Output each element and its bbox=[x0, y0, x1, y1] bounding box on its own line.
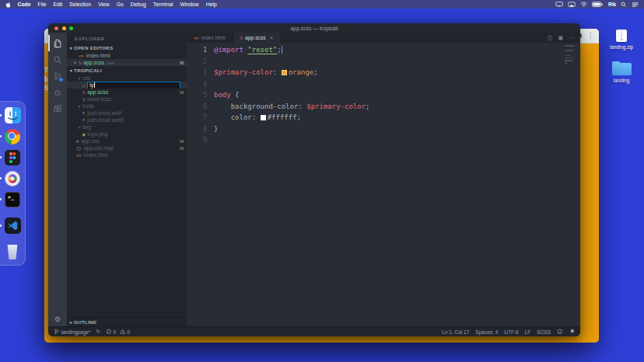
settings-gear-icon[interactable]: ⚙ bbox=[54, 316, 61, 323]
color-swatch[interactable] bbox=[282, 70, 287, 75]
activity-bar-explorer-icon[interactable] bbox=[48, 35, 67, 51]
activity-bar-search-icon[interactable] bbox=[48, 51, 67, 68]
code-line-2[interactable]: 2 bbox=[187, 56, 580, 68]
dock-item-finder[interactable] bbox=[5, 107, 21, 124]
menu-lines-icon[interactable] bbox=[632, 2, 639, 8]
screenflow-icon bbox=[5, 171, 20, 186]
tab-app.scss[interactable]: Sapp.scss× bbox=[233, 33, 282, 43]
status-indentation[interactable]: Spaces: 4 bbox=[475, 329, 498, 335]
vscode-window[interactable]: app.scss — tropicali ⚙ EXPLORER ▾ OPEN E… bbox=[48, 23, 580, 336]
git-status-badge: M bbox=[177, 139, 184, 144]
code-text: background-color: $primary-color; bbox=[214, 101, 370, 113]
chevron-right-icon: ▸ bbox=[70, 320, 72, 325]
activity-bar-source-control-icon[interactable] bbox=[48, 68, 67, 84]
menu-item-selection[interactable]: Selection bbox=[66, 2, 95, 7]
apple-icon[interactable] bbox=[5, 2, 11, 8]
dock-item-trash[interactable] bbox=[5, 244, 21, 260]
dock-item-figma[interactable] bbox=[5, 149, 21, 165]
figma-icon bbox=[5, 150, 20, 165]
desktop-icon-landing.zip[interactable]: landing.zip bbox=[604, 30, 639, 50]
file-name: css bbox=[82, 75, 90, 81]
dock-item-terminal[interactable]: >_ bbox=[5, 191, 21, 207]
running-indicator-dot bbox=[0, 177, 2, 179]
color-swatch[interactable] bbox=[261, 115, 266, 120]
code-editor[interactable]: 1@import "reset";23$primary-color: orang… bbox=[187, 43, 580, 326]
problems-indicator[interactable]: 0 0 bbox=[106, 329, 130, 335]
status-encoding[interactable]: UTF-8 bbox=[504, 329, 518, 335]
git-branch-indicator[interactable]: landingpage* bbox=[54, 329, 90, 335]
outline-section[interactable]: ▸ OUTLINE bbox=[67, 317, 187, 326]
split-editor-icon[interactable]: ◫ bbox=[548, 35, 553, 41]
menu-item-go[interactable]: Go bbox=[113, 2, 127, 7]
open-editor-index.html[interactable]: <>index.html bbox=[67, 52, 187, 59]
dock-item-chrome[interactable] bbox=[5, 128, 21, 144]
code-line-9[interactable]: 9 bbox=[187, 134, 580, 146]
code-text: color: #ffffff; bbox=[214, 112, 301, 124]
tree-file-josh-book.woff2[interactable]: Fjosh-book.woff2 bbox=[67, 117, 187, 124]
code-line-5[interactable]: 5body { bbox=[187, 89, 580, 101]
toggle-panel-icon[interactable]: ▣ bbox=[558, 35, 563, 41]
menu-bar-status-area: Rik bbox=[555, 2, 639, 8]
screen-mirroring-icon[interactable] bbox=[568, 2, 576, 8]
tab-index.html[interactable]: <>index.html bbox=[187, 33, 233, 43]
dock-item-vscode[interactable] bbox=[5, 218, 21, 234]
desktop-icon-landing[interactable]: landing bbox=[604, 60, 639, 83]
feedback-smiley-icon[interactable] bbox=[557, 329, 563, 335]
tree-file-app.scss[interactable]: Sapp.scssM bbox=[67, 89, 187, 96]
code-line-6[interactable]: 6 background-color: $primary-color; bbox=[187, 101, 580, 113]
status-eol[interactable]: LF bbox=[525, 329, 531, 335]
scm-badge bbox=[58, 77, 64, 82]
running-indicator-dot bbox=[0, 135, 2, 137]
vscode-title-bar[interactable]: app.scss — tropicali bbox=[48, 23, 580, 33]
menu-item-help[interactable]: Help bbox=[202, 2, 220, 7]
close-editor-icon[interactable]: × bbox=[72, 60, 79, 65]
open-editors-section-header[interactable]: ▾ OPEN EDITORS bbox=[67, 44, 187, 52]
user-name[interactable]: Rik bbox=[608, 2, 616, 7]
new-file-name-input[interactable]: ty bbox=[87, 82, 180, 89]
dock-item-screenflow[interactable] bbox=[5, 170, 21, 186]
minimap[interactable] bbox=[565, 45, 577, 68]
code-line-4[interactable]: 4 bbox=[187, 78, 580, 90]
close-tab-icon[interactable]: × bbox=[270, 34, 273, 41]
tree-folder-img[interactable]: ▾img bbox=[67, 124, 187, 131]
activity-bar-debug-icon[interactable] bbox=[48, 84, 67, 100]
activity-bar-extensions-icon[interactable] bbox=[48, 100, 67, 117]
tree-file-app.css[interactable]: #app.cssM bbox=[67, 137, 187, 144]
code-line-1[interactable]: 1@import "reset"; bbox=[187, 44, 580, 56]
file-name: index.html bbox=[86, 53, 110, 58]
kebab-menu-icon[interactable]: ⋮ bbox=[587, 33, 593, 39]
code-line-3[interactable]: 3$primary-color: orange; bbox=[187, 67, 580, 78]
tree-folder-fonts[interactable]: ▾fonts bbox=[67, 103, 187, 110]
more-actions-icon[interactable]: ⋯ bbox=[569, 35, 574, 41]
code-line-8[interactable]: 8} bbox=[187, 124, 580, 135]
close-window-button[interactable] bbox=[54, 26, 58, 30]
menu-item-window[interactable]: Window bbox=[177, 2, 202, 7]
tree-file-logo.png[interactable]: ▣logo.png bbox=[67, 131, 187, 137]
wifi-icon[interactable] bbox=[580, 2, 587, 8]
tree-file-josh-book.woff[interactable]: Fjosh-book.woff bbox=[67, 110, 187, 117]
line-number: 2 bbox=[187, 56, 214, 68]
zoom-window-button[interactable] bbox=[69, 26, 73, 30]
display-icon[interactable] bbox=[555, 2, 563, 8]
status-language-mode[interactable]: SCSS bbox=[537, 329, 551, 335]
tree-file-index.html[interactable]: <>index.html bbox=[67, 151, 187, 158]
menu-item-terminal[interactable]: Terminal bbox=[149, 2, 177, 7]
battery-icon[interactable] bbox=[592, 2, 604, 8]
minimize-window-button[interactable] bbox=[62, 26, 66, 30]
project-section-header[interactable]: ▾ TROPICALI bbox=[67, 66, 187, 75]
menu-item-debug[interactable]: Debug bbox=[127, 2, 149, 7]
open-editor-app.scss[interactable]: ×Sapp.scsscssM bbox=[67, 59, 187, 66]
menu-item-file[interactable]: File bbox=[34, 2, 50, 7]
menu-item-view[interactable]: View bbox=[95, 2, 114, 7]
tree-file-app.css.map[interactable]: {}app.css.mapM bbox=[67, 144, 187, 151]
menu-item-edit[interactable]: Edit bbox=[50, 2, 66, 7]
line-number: 7 bbox=[187, 112, 214, 124]
sync-icon[interactable]: ↻ bbox=[96, 329, 100, 335]
status-cursor-position[interactable]: Ln 1, Col 17 bbox=[442, 329, 469, 335]
tree-file-reset.scss[interactable]: Sreset.scss bbox=[67, 96, 187, 103]
menu-item-code[interactable]: Code bbox=[14, 2, 34, 7]
code-line-7[interactable]: 7 color: #ffffff; bbox=[187, 112, 580, 124]
tree-folder-css[interactable]: ▾css bbox=[67, 75, 187, 82]
notifications-bell-icon[interactable] bbox=[569, 329, 576, 335]
spotlight-icon[interactable] bbox=[621, 2, 627, 8]
